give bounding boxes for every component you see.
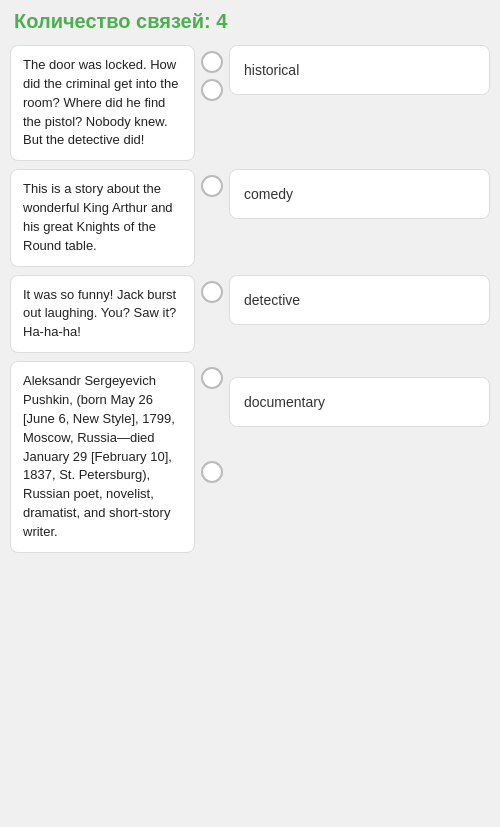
match-row-4: Aleksandr Sergeyevich Pushkin, (born May… bbox=[10, 361, 490, 553]
radio-r1-bottom[interactable] bbox=[201, 79, 223, 101]
radio-r2-top[interactable] bbox=[201, 175, 223, 197]
radio-r1-top[interactable] bbox=[201, 51, 223, 73]
label-card-detective: detective bbox=[229, 275, 490, 325]
radio-col-3 bbox=[201, 275, 223, 303]
label-col-4: documentary bbox=[229, 361, 490, 427]
text-card-3: It was so funny! Jack burst out laughing… bbox=[10, 275, 195, 354]
match-row-1: The door was locked. How did the crimina… bbox=[10, 45, 490, 161]
radio-r4-top[interactable] bbox=[201, 367, 223, 389]
radio-col-2 bbox=[201, 169, 223, 197]
label-col-2: comedy bbox=[229, 169, 490, 219]
match-row-2: This is a story about the wonderful King… bbox=[10, 169, 490, 266]
label-card-historical: historical bbox=[229, 45, 490, 95]
match-row-3: It was so funny! Jack burst out laughing… bbox=[10, 275, 490, 354]
text-card-2: This is a story about the wonderful King… bbox=[10, 169, 195, 266]
label-card-documentary: documentary bbox=[229, 377, 490, 427]
text-card-4: Aleksandr Sergeyevich Pushkin, (born May… bbox=[10, 361, 195, 553]
page-title: Количество связей: 4 bbox=[10, 10, 490, 33]
matching-container: The door was locked. How did the crimina… bbox=[10, 45, 490, 553]
radio-r4-bottom[interactable] bbox=[201, 461, 223, 483]
label-col-1: historical bbox=[229, 45, 490, 95]
text-card-1: The door was locked. How did the crimina… bbox=[10, 45, 195, 161]
radio-r3-top[interactable] bbox=[201, 281, 223, 303]
label-card-comedy: comedy bbox=[229, 169, 490, 219]
label-col-3-empty: detective bbox=[229, 275, 490, 325]
radio-col-1 bbox=[201, 45, 223, 101]
radio-col-4 bbox=[201, 361, 223, 483]
